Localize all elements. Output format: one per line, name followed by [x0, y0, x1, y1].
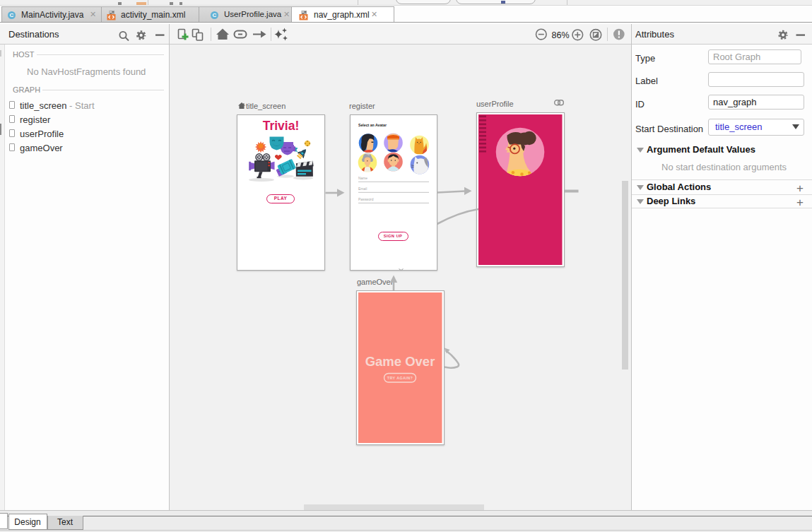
svg-text:86%: 86% — [552, 30, 570, 40]
